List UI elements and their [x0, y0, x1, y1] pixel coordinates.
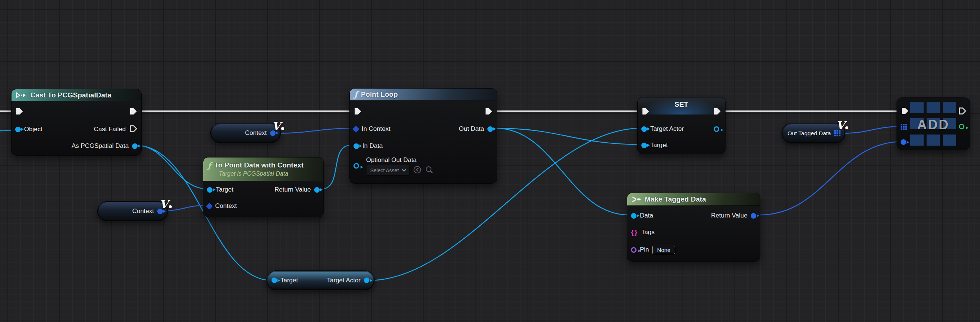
wire-context: [275, 128, 355, 133]
exec-in-pin[interactable]: [353, 107, 362, 117]
blueprint-graph-canvas[interactable]: Cast To PCGSpatialData Object Cast Faile…: [0, 0, 980, 322]
wire-object: [496, 128, 629, 215]
exec-out-pin[interactable]: [484, 107, 493, 117]
pin-label: Data: [640, 212, 653, 219]
pin-label: Context: [215, 202, 237, 210]
variable-label: Context: [245, 129, 267, 137]
node-header: Cast To PCGSpatialData: [11, 89, 141, 101]
new-item-pin[interactable]: [900, 139, 906, 145]
wire-object: [136, 145, 208, 189]
node-array-add[interactable]: ADD: [897, 97, 970, 150]
target-pin[interactable]: [207, 187, 213, 193]
pin-label: Target: [280, 277, 298, 284]
node-title: Point Loop: [361, 90, 398, 98]
variable-badge: V: [836, 120, 848, 131]
data-pin[interactable]: [631, 213, 636, 219]
exec-out-pin[interactable]: [129, 107, 138, 117]
target-actor-output-pin[interactable]: [364, 278, 369, 283]
node-subtitle: Target is PCGSpatial Data: [219, 170, 288, 177]
exec-in-pin[interactable]: [641, 107, 650, 117]
in-context-pin[interactable]: [352, 125, 359, 132]
node-title: Cast To PCGSpatialData: [30, 91, 111, 99]
node-set-target-actor[interactable]: SET Target Actor Target: [637, 97, 725, 154]
variable-label: Out Tagged Data: [788, 130, 831, 137]
asset-picker-value: Select Asset: [370, 168, 399, 173]
pin-label: Cast Failed: [94, 125, 126, 133]
wire-struct: [841, 126, 903, 133]
node-title: Make Tagged Data: [645, 195, 706, 203]
variable-badge: V: [272, 121, 284, 132]
tags-set-pin[interactable]: {}: [631, 228, 638, 236]
object-pin[interactable]: [15, 127, 21, 132]
exec-in-pin[interactable]: [900, 107, 909, 117]
node-header: ƒ Point Loop: [350, 89, 497, 100]
target-pin[interactable]: [641, 143, 647, 148]
pin-label: In Context: [362, 125, 391, 133]
array-target-pin[interactable]: [900, 124, 907, 130]
node-header: Make Tagged Data: [627, 193, 760, 206]
return-index-pin[interactable]: [959, 124, 964, 129]
return-value-pin[interactable]: [314, 187, 320, 193]
pin-name-input[interactable]: None: [652, 246, 676, 254]
pin-label: Target: [216, 186, 233, 194]
pin-label: In Data: [363, 142, 383, 150]
pin-label: Object: [24, 125, 42, 133]
use-selected-asset-icon[interactable]: [413, 166, 422, 175]
pin-label: Return Value: [275, 186, 311, 194]
pin-label: Pin: [640, 246, 649, 254]
wire-struct: [760, 141, 903, 215]
node-to-point-data-with-context[interactable]: ƒ To Point Data with Context Target is P…: [203, 157, 324, 217]
node-get-context-bottom[interactable]: Context: [97, 201, 168, 221]
pin-label: Target Actor: [650, 125, 684, 133]
return-value-pin[interactable]: [751, 213, 756, 219]
node-header: ƒ To Point Data with Context Target is P…: [203, 157, 323, 181]
pin-label: Target: [650, 141, 668, 149]
node-point-loop[interactable]: ƒ Point Loop In Context Out Data In Data…: [349, 88, 497, 184]
pin-name-pin[interactable]: [631, 247, 636, 253]
pin-label: Target Actor: [327, 277, 361, 284]
in-data-pin[interactable]: [353, 143, 359, 149]
pin-label: Out Data: [459, 125, 484, 133]
pin-label: Return Value: [711, 212, 748, 219]
exec-in-pin[interactable]: [15, 107, 24, 117]
node-get-context-top[interactable]: Context: [210, 123, 281, 143]
exec-out-pin[interactable]: [713, 107, 721, 117]
wire-object: [496, 128, 641, 144]
node-make-tagged-data[interactable]: Make Tagged Data Data Return Value {} Ta…: [627, 193, 760, 262]
target-actor-value-pin[interactable]: [641, 126, 647, 132]
pin-label: As PCGSpatial Data: [72, 142, 129, 150]
make-struct-icon: [632, 196, 641, 203]
cast-failed-exec-pin[interactable]: [129, 124, 138, 135]
browse-asset-icon[interactable]: [425, 166, 433, 175]
context-pin[interactable]: [206, 203, 213, 209]
node-get-target-actor[interactable]: Target Target Actor: [266, 271, 375, 290]
optional-out-data-pin[interactable]: [353, 163, 359, 168]
optional-out-data-label: Optional Out Data: [366, 156, 417, 164]
variable-label: Context: [132, 208, 154, 215]
node-title: To Point Data with Context: [215, 161, 304, 169]
out-data-pin[interactable]: [487, 126, 493, 132]
chevron-down-icon: [402, 169, 406, 172]
node-cast-to-pcgspatialdata[interactable]: Cast To PCGSpatialData Object Cast Faile…: [11, 89, 142, 155]
as-pcgspatial-data-pin[interactable]: [132, 143, 138, 149]
asset-picker-dropdown[interactable]: Select Asset: [367, 165, 409, 176]
exec-out-pin[interactable]: [958, 107, 967, 117]
pin-label: Tags: [641, 228, 655, 236]
target-input-pin[interactable]: [272, 278, 277, 283]
function-icon: ƒ: [354, 90, 358, 98]
cast-icon: [16, 92, 27, 98]
wire-object: [321, 145, 351, 189]
output-value-pin[interactable]: [714, 126, 719, 132]
variable-badge: V: [159, 199, 172, 210]
function-icon: ƒ: [208, 162, 211, 169]
node-title: ADD: [897, 117, 970, 133]
